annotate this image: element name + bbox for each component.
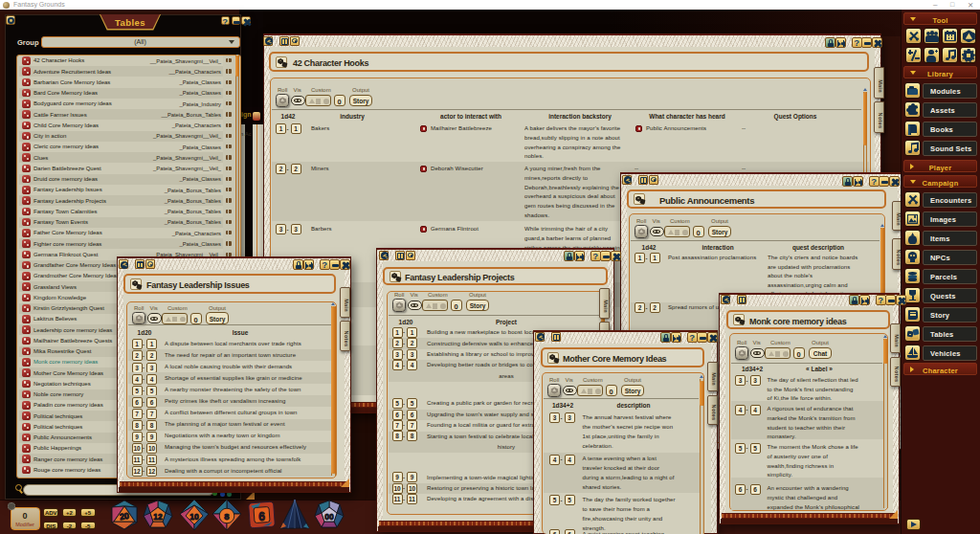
svg-text:8: 8	[224, 511, 229, 522]
svg-text:20: 20	[119, 511, 129, 522]
svg-text:12: 12	[153, 512, 163, 522]
svg-text:00: 00	[324, 512, 334, 522]
svg-text:10: 10	[189, 512, 199, 522]
svg-text:6: 6	[258, 510, 265, 523]
